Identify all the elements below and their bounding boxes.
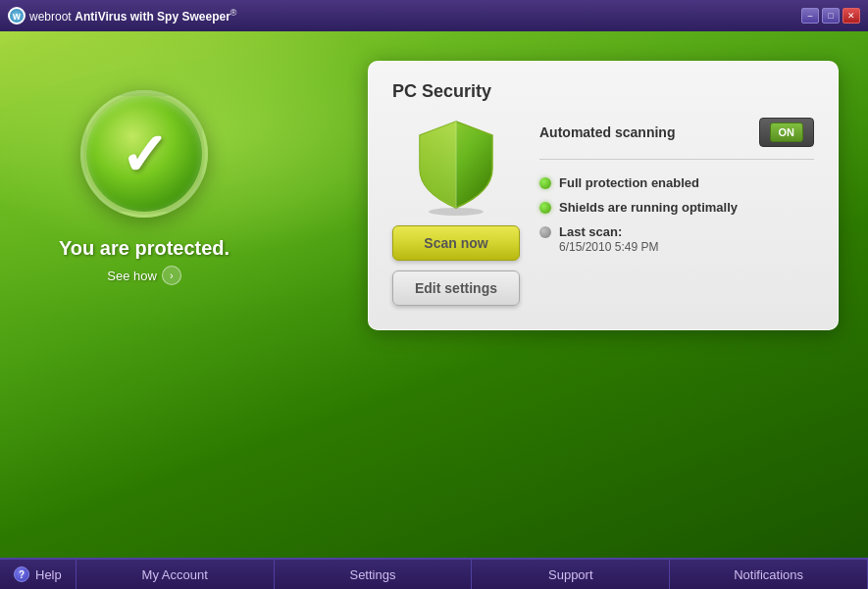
automated-scanning-row: Automated scanning ON xyxy=(539,118,814,160)
nav-notifications[interactable]: Notifications xyxy=(670,560,868,589)
status-dot-lastscan xyxy=(539,226,551,238)
see-how-arrow-icon: › xyxy=(162,266,181,285)
status-label-protection: Full protection enabled xyxy=(559,175,699,190)
nav-my-account[interactable]: My Account xyxy=(77,560,275,589)
trademark: ® xyxy=(230,8,237,18)
shield-section: Scan now Edit settings xyxy=(392,118,520,306)
title-bar: w webroot AntiVirus with Spy Sweeper® – … xyxy=(0,0,868,31)
nav-settings-label: Settings xyxy=(349,567,395,582)
help-label: Help xyxy=(35,567,62,582)
app-logo: w webroot AntiVirus with Spy Sweeper® xyxy=(8,7,236,25)
nav-my-account-label: My Account xyxy=(142,567,208,582)
app-name: AntiVirus with Spy Sweeper xyxy=(75,10,230,24)
nav-items: My Account Settings Support Notification… xyxy=(77,560,868,589)
status-dot-shields xyxy=(539,202,551,214)
toggle-on-label: ON xyxy=(770,123,804,142)
see-how-link[interactable]: See how › xyxy=(107,266,181,285)
status-list: Full protection enabled Shields are runn… xyxy=(539,175,814,254)
shield-icon xyxy=(412,118,500,216)
maximize-button[interactable]: □ xyxy=(822,8,840,24)
nav-notifications-label: Notifications xyxy=(734,567,803,582)
protected-text: You are protected. xyxy=(59,237,230,260)
status-item-protection: Full protection enabled xyxy=(539,175,814,190)
status-label-shields: Shields are running optimally xyxy=(559,200,738,215)
app-title: webroot AntiVirus with Spy Sweeper® xyxy=(29,8,236,24)
nav-settings[interactable]: Settings xyxy=(275,560,473,589)
close-button[interactable]: ✕ xyxy=(842,8,860,24)
app-icon: w xyxy=(8,7,26,25)
security-card: PC Security xyxy=(368,61,839,330)
help-button[interactable]: ? Help xyxy=(0,560,77,589)
scan-now-button[interactable]: Scan now xyxy=(392,225,520,261)
nav-support-label: Support xyxy=(548,567,593,582)
window-controls: – □ ✕ xyxy=(801,8,860,24)
status-item-lastscan: Last scan: 6/15/2010 5:49 PM xyxy=(539,224,814,254)
edit-settings-button[interactable]: Edit settings xyxy=(392,270,520,306)
see-how-label: See how xyxy=(107,269,157,283)
card-body: Scan now Edit settings Automated scannin… xyxy=(392,118,814,306)
info-panel: Automated scanning ON Full protection en… xyxy=(539,118,814,306)
main-area: ✓ You are protected. See how › PC Securi… xyxy=(0,31,868,558)
automated-scanning-label: Automated scanning xyxy=(539,124,675,140)
status-item-shields: Shields are running optimally xyxy=(539,200,814,215)
brand-name: webroot xyxy=(29,10,72,24)
title-bar-left: w webroot AntiVirus with Spy Sweeper® xyxy=(8,7,236,25)
help-icon: ? xyxy=(14,566,29,582)
nav-bar: ? Help My Account Settings Support Notif… xyxy=(0,558,868,589)
status-label-lastscan: Last scan: xyxy=(559,224,658,239)
svg-point-1 xyxy=(429,208,484,216)
protection-badge: ✓ xyxy=(80,90,208,218)
minimize-button[interactable]: – xyxy=(801,8,819,24)
nav-support[interactable]: Support xyxy=(472,560,670,589)
checkmark-icon: ✓ xyxy=(120,126,169,185)
status-dot-protection xyxy=(539,177,551,189)
automated-scanning-toggle[interactable]: ON xyxy=(759,118,815,147)
left-panel: ✓ You are protected. See how › xyxy=(59,90,230,285)
card-title: PC Security xyxy=(392,81,814,102)
status-sub-lastscan: 6/15/2010 5:49 PM xyxy=(559,240,658,254)
